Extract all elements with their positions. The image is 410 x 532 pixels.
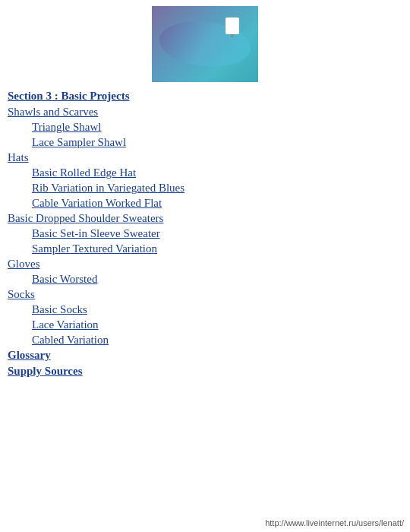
price-tag bbox=[226, 17, 239, 34]
sub-item-cable-variation[interactable]: Cable Variation Worked Flat bbox=[32, 197, 402, 210]
header-image-section bbox=[8, 6, 402, 82]
sub-item-lace-sampler-shawl[interactable]: Lace Sampler Shawl bbox=[32, 136, 402, 149]
sub-item-basic-worsted[interactable]: Basic Worsted bbox=[32, 273, 402, 286]
page-container: Section 3 : Basic Projects Shawls and Sc… bbox=[0, 0, 410, 532]
section-title-container: Section 3 : Basic Projects bbox=[8, 90, 402, 103]
extra-supply-sources: Supply Sources bbox=[8, 365, 402, 378]
category-gloves: Gloves Basic Worsted bbox=[8, 258, 402, 286]
sub-item-rib-variation[interactable]: Rib Variation in Variegated Blues bbox=[32, 182, 402, 195]
category-hats: Hats Basic Rolled Edge Hat Rib Variation… bbox=[8, 151, 402, 210]
section-title[interactable]: Section 3 : Basic Projects bbox=[8, 90, 402, 103]
category-sweaters: Basic Dropped Shoulder Sweaters Basic Se… bbox=[8, 212, 402, 255]
sub-item-lace-variation[interactable]: Lace Variation bbox=[32, 318, 402, 331]
category-gloves-label[interactable]: Gloves bbox=[8, 258, 402, 271]
glossary-link[interactable]: Glossary bbox=[8, 349, 402, 362]
category-socks: Socks Basic Socks Lace Variation Cabled … bbox=[8, 288, 402, 347]
category-socks-label[interactable]: Socks bbox=[8, 288, 402, 301]
sub-item-triangle-shawl[interactable]: Triangle Shawl bbox=[32, 121, 402, 134]
footer-url: http://www.liveinternet.ru/users/lenatt/ bbox=[265, 518, 404, 527]
sub-item-sampler-textured[interactable]: Sampler Textured Variation bbox=[32, 242, 402, 255]
category-shawls-label[interactable]: Shawls and Scarves bbox=[8, 106, 402, 119]
sub-item-basic-rolled-edge-hat[interactable]: Basic Rolled Edge Hat bbox=[32, 166, 402, 179]
category-sweaters-label[interactable]: Basic Dropped Shoulder Sweaters bbox=[8, 212, 402, 225]
sub-item-basic-socks[interactable]: Basic Socks bbox=[32, 303, 402, 316]
sub-item-set-in-sleeve[interactable]: Basic Set-in Sleeve Sweater bbox=[32, 227, 402, 240]
sub-item-cabled-variation[interactable]: Cabled Variation bbox=[32, 334, 402, 347]
category-shawls: Shawls and Scarves Triangle Shawl Lace S… bbox=[8, 106, 402, 149]
category-hats-label[interactable]: Hats bbox=[8, 151, 402, 164]
supply-sources-link[interactable]: Supply Sources bbox=[8, 365, 402, 378]
extra-glossary: Glossary bbox=[8, 349, 402, 362]
header-image bbox=[152, 6, 258, 82]
